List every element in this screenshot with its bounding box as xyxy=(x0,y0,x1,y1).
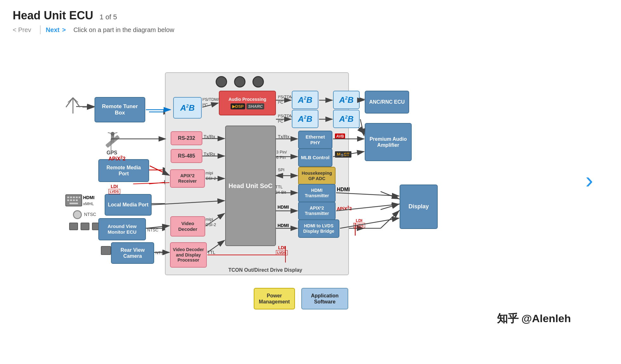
ethernet-phy-block[interactable]: Ethernet PHY xyxy=(298,131,332,149)
svg-line-32 xyxy=(381,204,400,210)
svg-line-76 xyxy=(133,183,169,184)
display-block[interactable]: Display xyxy=(400,185,438,229)
ldi-lvds-bridge-right: LDI LVDS xyxy=(353,218,365,228)
premium-audio-block[interactable]: Premium Audio Amplifier xyxy=(365,123,412,161)
hdmi-to-display-label-1: HDMI xyxy=(337,187,350,192)
most-label: M◉ST xyxy=(335,152,351,157)
next-page-arrow[interactable]: › xyxy=(585,167,593,193)
svg-rect-61 xyxy=(70,199,72,201)
diagram-area: Remote Tuner Box A²B GPS Remote Media Po… xyxy=(13,41,603,351)
ldi-label-bottom: LDI LVDS xyxy=(276,245,288,255)
ntsc-label-1: NTSC xyxy=(84,212,96,217)
mlb-control-block[interactable]: MLB Control xyxy=(298,148,332,167)
ttl-24bit-label: TTL24-Bit xyxy=(275,185,286,195)
ntsc-circle-icon xyxy=(73,210,82,219)
remote-tuner-box-block[interactable]: Remote Tuner Box xyxy=(95,97,145,122)
i2s-label-1: I²S/TDM/I²C xyxy=(202,97,219,108)
power-management-block[interactable]: Power Management xyxy=(254,288,295,309)
nav-bar: < Prev Next > Click on a part in the dia… xyxy=(0,25,621,41)
video-decoder-block[interactable]: Video Decoder xyxy=(170,216,205,237)
tcon-label: TCON Out/Direct Drive Display xyxy=(228,267,302,273)
a2b-inner-block[interactable]: A2B xyxy=(173,97,202,119)
ttl-label: TTL xyxy=(207,250,215,255)
rear-view-camera-icon xyxy=(101,246,111,255)
ldi-label-remote: LDI LVDS xyxy=(108,184,120,194)
speaker-icons xyxy=(216,76,264,88)
mipi-csi2-label-2: mipiCSI-2 xyxy=(206,217,216,228)
keyboard-icon xyxy=(65,194,82,208)
apix2-to-display-label: APiX22 xyxy=(337,205,352,211)
a2b-right-4-block[interactable]: A2B xyxy=(333,110,360,128)
nav-divider xyxy=(40,25,41,34)
hdmi-transmitter-block[interactable]: HDMI Transmitter xyxy=(298,184,336,202)
svg-rect-56 xyxy=(70,197,72,198)
head-unit-soc-block[interactable]: Head Unit SoC xyxy=(225,126,276,246)
apix2-label-conn: APiX22 xyxy=(108,155,126,162)
avb-label: AVB xyxy=(335,133,345,139)
pin-label: 3 Pin/6 Pin xyxy=(276,150,287,160)
rear-view-camera-block[interactable]: Rear View Camera xyxy=(111,242,154,264)
svg-rect-59 xyxy=(79,197,80,198)
page-count: 1 of 5 xyxy=(100,13,117,21)
svg-rect-64 xyxy=(69,203,78,204)
svg-rect-62 xyxy=(73,199,75,201)
page-container: Head Unit ECU 1 of 5 < Prev Next > Click… xyxy=(0,0,621,351)
around-view-monitor-block[interactable]: Around View Monitor ECU xyxy=(98,218,146,240)
svg-line-45 xyxy=(66,98,73,107)
anc-rnc-ecu-block[interactable]: ANC/RNC ECU xyxy=(365,91,409,114)
svg-line-31 xyxy=(381,192,400,199)
a2b-right-3-block[interactable]: A2B xyxy=(333,91,360,109)
txrx-label-right: Tx/Rx xyxy=(278,134,290,139)
svg-rect-60 xyxy=(67,199,69,201)
a2b-right-2-block[interactable]: A2B xyxy=(292,110,318,128)
around-view-cameras xyxy=(69,223,101,230)
svg-rect-57 xyxy=(73,197,75,198)
video-decoder-display-block[interactable]: Video Decoder and Display Processor xyxy=(170,242,207,268)
application-software-block[interactable]: Application Software xyxy=(301,288,348,309)
ntsc-label-2: NTSC xyxy=(147,228,158,232)
hdmi-to-apix2-label: HDMI xyxy=(278,205,289,210)
page-title: Head Unit ECU xyxy=(13,9,93,22)
svg-line-46 xyxy=(73,98,80,107)
nav-instruction: Click on a part in the diagram below xyxy=(73,26,174,34)
svg-rect-58 xyxy=(76,197,78,198)
next-button[interactable]: Next xyxy=(46,26,62,34)
hdmi-to-bridge-label: HDMI xyxy=(278,223,289,228)
svg-rect-55 xyxy=(67,197,69,198)
watermark: 知乎 @Alenleh xyxy=(497,311,571,326)
page-header: Head Unit ECU 1 of 5 xyxy=(0,0,621,25)
housekeeping-block[interactable]: Housekeeping GP ADC xyxy=(298,167,336,185)
rs485-block[interactable]: RS-485 xyxy=(171,149,202,163)
mipi-csi2-label-1: mipiCSI-2 xyxy=(206,171,216,181)
next-arrow: > xyxy=(62,26,66,34)
svg-line-34 xyxy=(381,210,400,228)
svg-rect-63 xyxy=(76,199,78,201)
svg-line-88 xyxy=(360,119,364,136)
apix2-transmitter-block[interactable]: APIX²2 Transmitter xyxy=(298,202,336,220)
spi-i2c-label: SPII²C xyxy=(278,167,284,178)
prev-button[interactable]: < Prev xyxy=(13,26,35,34)
remote-media-port-block[interactable]: Remote Media Port xyxy=(98,159,149,182)
local-media-port-block[interactable]: Local Media Port xyxy=(105,194,152,216)
txrx-label-1: Tx/Rx xyxy=(204,134,215,139)
audio-processing-block[interactable]: Audio Processing ▶DSP SHARC xyxy=(219,91,276,115)
rs232-block[interactable]: RS-232 xyxy=(171,131,202,145)
apix2-receiver-block[interactable]: APIX²2 Receiver xyxy=(170,169,205,188)
hdmi-lvds-bridge-block[interactable]: HDMI to LVDS Display Bridge xyxy=(298,219,339,238)
mhl-label: xMHL xyxy=(83,201,94,206)
txrx-label-2: Tx/Rx xyxy=(204,152,215,157)
antenna-icon xyxy=(63,91,82,118)
a2b-right-1-block[interactable]: A2B xyxy=(292,91,318,109)
hdmi-label-left: HDMI xyxy=(83,195,95,200)
